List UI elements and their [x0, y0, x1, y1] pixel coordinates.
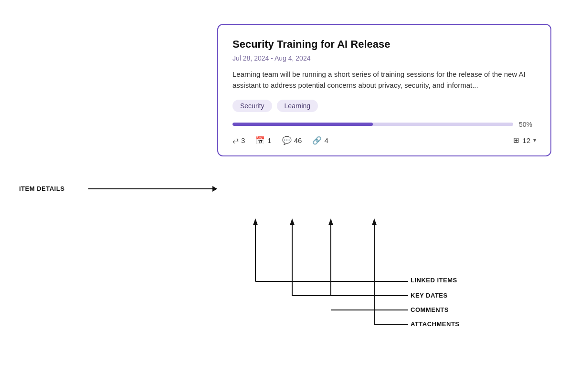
- attachments-stat[interactable]: 🔗 4: [312, 136, 328, 145]
- item-details-label: ITEM DETAILS: [19, 185, 64, 192]
- attachments-count: 4: [324, 136, 328, 144]
- svg-marker-6: [328, 218, 333, 225]
- svg-marker-7: [372, 218, 377, 225]
- sub-items-number: 12: [522, 136, 530, 144]
- diagram-container: ITEM DETAILS Security Training for AI Re…: [0, 0, 570, 392]
- progress-bar-background: [232, 123, 513, 126]
- key-dates-label: KEY DATES: [411, 292, 448, 299]
- sub-items-count[interactable]: ⊞ 12 ▾: [513, 136, 536, 144]
- svg-marker-4: [253, 218, 258, 225]
- attachments-icon: 🔗: [312, 136, 322, 145]
- sub-items-icon: ⊞: [513, 136, 519, 144]
- progress-label: 50%: [519, 121, 536, 128]
- tags-container: Security Learning: [232, 100, 536, 112]
- tag-learning[interactable]: Learning: [277, 100, 318, 112]
- linked-items-count: 3: [241, 136, 245, 144]
- stats-container: ⇄ 3 📅 1 💬 46 🔗 4: [232, 136, 328, 145]
- key-dates-icon: 📅: [255, 136, 265, 145]
- comments-label: COMMENTS: [411, 306, 449, 313]
- key-dates-stat[interactable]: 📅 1: [255, 136, 271, 145]
- card-description: Learning team will be running a short se…: [232, 69, 536, 91]
- chevron-down-icon: ▾: [533, 137, 536, 144]
- progress-row: 50%: [232, 121, 536, 128]
- linked-items-icon: ⇄: [232, 136, 239, 145]
- comments-stat[interactable]: 💬 46: [282, 136, 302, 145]
- card-title: Security Training for AI Release: [232, 38, 536, 51]
- comments-count: 46: [294, 136, 302, 144]
- linked-items-label: LINKED ITEMS: [411, 277, 457, 284]
- item-card[interactable]: Security Training for AI Release Jul 28,…: [217, 24, 551, 156]
- key-dates-count: 1: [267, 136, 271, 144]
- attachments-label: ATTACHMENTS: [411, 320, 460, 328]
- progress-bar-fill: [232, 123, 373, 126]
- linked-items-stat[interactable]: ⇄ 3: [232, 136, 245, 145]
- card-date: Jul 28, 2024 - Aug 4, 2024: [232, 54, 536, 62]
- comments-icon: 💬: [282, 136, 292, 145]
- card-footer: ⇄ 3 📅 1 💬 46 🔗 4 ⊞ 12 ▾: [232, 136, 536, 145]
- item-details-arrow: [88, 188, 217, 189]
- svg-marker-5: [290, 218, 295, 225]
- tag-security[interactable]: Security: [232, 100, 272, 112]
